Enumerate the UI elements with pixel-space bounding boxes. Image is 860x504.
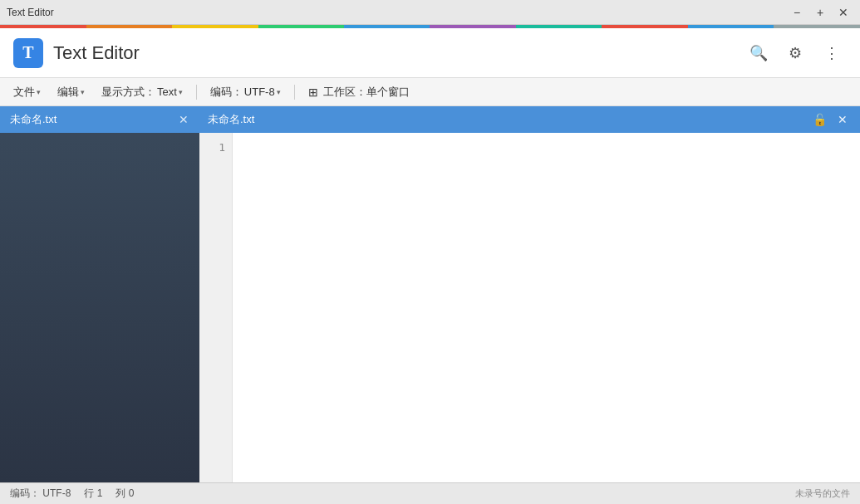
app-title: Text Editor — [53, 42, 744, 64]
workspace-selector[interactable]: ⊞ 工作区：单个窗口 — [308, 85, 410, 100]
encoding-menu[interactable]: 编码： UTF-8 ▾ — [204, 81, 287, 103]
lock-icon: 🔓 — [813, 113, 827, 126]
title-bar-controls: − + ✕ — [787, 4, 853, 21]
sidebar-tab-label: 未命名.txt — [10, 112, 176, 127]
status-column: 列 0 — [115, 487, 134, 501]
status-bar: 编码： UTF-8 行 1 列 0 未录号的文件 — [0, 482, 860, 504]
sidebar-file-tab[interactable]: 未命名.txt ✕ — [0, 106, 199, 133]
toolbar-separator-1 — [196, 85, 197, 100]
maximize-button[interactable]: + — [810, 4, 830, 21]
close-window-button[interactable]: ✕ — [833, 4, 853, 21]
kebab-menu-icon: ⋮ — [824, 44, 839, 62]
toolbar-separator-2 — [294, 85, 295, 100]
app-logo: T — [13, 38, 43, 68]
search-icon: 🔍 — [749, 44, 768, 62]
title-bar: Text Editor − + ✕ — [0, 0, 860, 25]
edit-menu[interactable]: 编辑 ▾ — [51, 81, 91, 103]
minimize-button[interactable]: − — [787, 4, 807, 21]
settings-button[interactable]: ⚙ — [780, 38, 810, 68]
app-header: T Text Editor 🔍 ⚙ ⋮ — [0, 28, 860, 78]
status-encoding-label: 编码： UTF-8 — [10, 487, 71, 501]
editor-tab-title: 未命名.txt — [208, 112, 810, 127]
search-button[interactable]: 🔍 — [744, 38, 774, 68]
edit-menu-arrow: ▾ — [81, 88, 85, 96]
file-menu[interactable]: 文件 ▾ — [7, 81, 47, 103]
toolbar: 文件 ▾ 编辑 ▾ 显示方式： Text ▾ 编码： UTF-8 ▾ ⊞ 工作区… — [0, 78, 860, 106]
editor-tab-bar: 未命名.txt 🔓 ✕ — [199, 106, 860, 133]
workspace-icon: ⊞ — [308, 86, 318, 99]
encoding-menu-arrow: ▾ — [277, 88, 281, 96]
editor-content: 1 — [199, 133, 860, 482]
title-bar-title: Text Editor — [7, 7, 780, 18]
view-menu[interactable]: 显示方式： Text ▾ — [95, 81, 189, 103]
menu-button[interactable]: ⋮ — [817, 38, 847, 68]
editor-area: 未命名.txt 🔓 ✕ 1 — [199, 106, 860, 482]
editor-close-button[interactable]: ✕ — [833, 110, 852, 129]
line-numbers: 1 — [199, 133, 233, 482]
lock-button[interactable]: 🔓 — [810, 110, 828, 129]
editor-textarea[interactable] — [233, 133, 860, 482]
status-line: 行 1 — [84, 487, 102, 501]
editor-tab-actions: 🔓 ✕ — [810, 110, 852, 129]
status-file-info: 未录号的文件 — [795, 487, 850, 500]
file-menu-arrow: ▾ — [37, 88, 41, 96]
sidebar-content — [0, 133, 199, 482]
view-menu-arrow: ▾ — [179, 88, 183, 96]
main-area: 未命名.txt ✕ 未命名.txt 🔓 ✕ 1 — [0, 106, 860, 482]
sidebar: 未命名.txt ✕ — [0, 106, 199, 482]
close-icon: ✕ — [838, 113, 848, 126]
gear-icon: ⚙ — [789, 44, 802, 62]
header-actions: 🔍 ⚙ ⋮ — [744, 38, 847, 68]
sidebar-tab-close-button[interactable]: ✕ — [176, 112, 191, 127]
line-number-1: 1 — [199, 139, 232, 156]
